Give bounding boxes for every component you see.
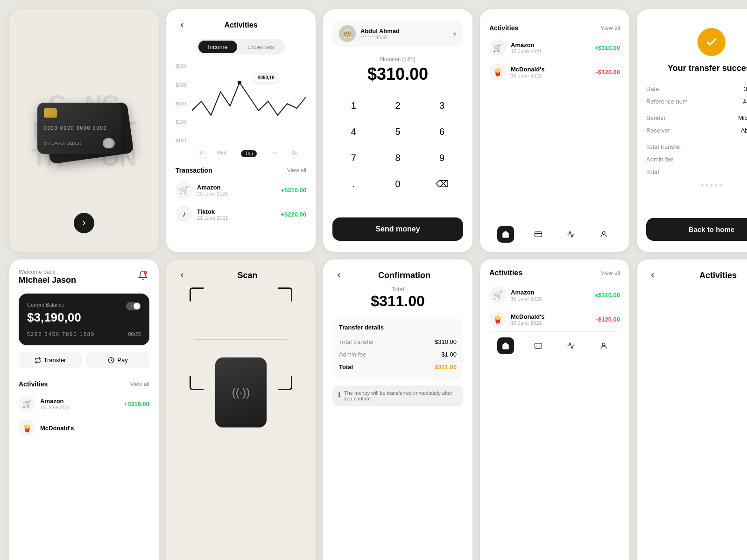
confirm-title: Confirmation — [345, 271, 463, 280]
balance-card: Current Balance $3,190,00 5282 3456 7890… — [19, 294, 149, 345]
numpad-grid: 1 2 3 4 5 6 7 8 9 . 0 ⌫ — [332, 93, 463, 196]
amount-display: $310.00 — [332, 64, 463, 84]
tiktok-info: Tiktok 21 June 2021 — [197, 208, 276, 221]
admin-label: Admin fee — [646, 156, 674, 163]
user-info: Abdul Ahmad *** *** 9039 — [360, 28, 400, 40]
scan-corner-tl — [190, 287, 204, 301]
y-label-300: $300 — [176, 101, 186, 106]
key-4[interactable]: 4 — [332, 119, 375, 144]
nav-user[interactable] — [595, 226, 612, 243]
scan-back-button[interactable] — [176, 269, 189, 282]
scan-card: Scan ((·)) — [166, 259, 316, 560]
nominal-label: Nominal (+$1) — [332, 56, 463, 63]
info-icon: ℹ — [338, 391, 340, 398]
mid-bottom-nav — [489, 331, 620, 354]
success-card: Your transfer success Date 31 Oct 2021 R… — [637, 9, 747, 252]
key-1[interactable]: 1 — [332, 93, 375, 118]
credit-cards-display: 0000 0000 0000 0000 MR CARDHOLDER — [37, 103, 131, 159]
card-hand-display: ((·)) — [215, 357, 267, 427]
transfer-button[interactable]: Transfer — [19, 352, 82, 368]
key-2[interactable]: 2 — [377, 93, 419, 118]
transfer-details-box: Transfer details Total transfer $310.00 … — [332, 317, 463, 380]
confirm-total-label: Total — [332, 286, 463, 293]
activities-right-title: Activities — [489, 24, 518, 32]
card-number-dots: 0000 0000 0000 0000 — [44, 126, 115, 131]
dash-amazon-name: Amazon — [40, 398, 119, 405]
key-3[interactable]: 3 — [421, 93, 463, 118]
dash-view-all[interactable]: View all — [130, 381, 149, 387]
transfer-label: Transfer — [44, 357, 66, 364]
back-home-button[interactable]: Back to home — [646, 218, 747, 241]
amazon-info: Amazon 20 June 2021 — [197, 184, 276, 196]
mid-amazon-name: Amazon — [511, 289, 590, 296]
transaction-tiktok: ♪ Tiktok 21 June 2021 +$220.00 — [176, 202, 306, 226]
activities-mid-viewall[interactable]: View all — [601, 270, 620, 276]
activities-br-back[interactable] — [646, 269, 659, 282]
nav-chart[interactable] — [563, 226, 579, 243]
tab-income[interactable]: Income — [198, 41, 237, 53]
ref-label: Reference num — [646, 98, 688, 105]
key-8[interactable]: 8 — [377, 146, 419, 170]
right-mcdonalds-item: 🍟 McDonald's 16 June 2021 -$120.00 — [489, 60, 620, 84]
confirm-header: Confirmation — [332, 269, 463, 282]
pay-button[interactable]: Pay — [86, 352, 149, 368]
activities-header: Activities — [176, 19, 306, 32]
dash-activities-title: Activities — [19, 380, 48, 388]
right-amazon-info: Amazon 15 June 2021 — [511, 42, 590, 54]
mid-nav-card[interactable] — [530, 337, 547, 354]
svg-point-3 — [602, 231, 605, 234]
chevron-down-icon: ▾ — [453, 29, 457, 38]
key-0[interactable]: 0 — [377, 172, 419, 196]
tab-expenses[interactable]: Expenses — [238, 41, 283, 53]
bottom-nav — [489, 220, 620, 243]
balance-footer: 5282 3456 7890 1289 09/25 — [27, 331, 141, 337]
transfer-icon — [35, 357, 41, 364]
chart-area: $500 $400 $300 $200 $100 $350,10 3 Wed T… — [176, 64, 306, 157]
right-amazon-icon: 🛒 — [489, 39, 506, 56]
activities-right-view-all[interactable]: View all — [601, 25, 620, 31]
ref-value: #193740200 — [743, 98, 747, 105]
x-label-wed: Wed — [217, 150, 226, 157]
user-account: *** *** 9039 — [360, 35, 400, 40]
activities-mid-header: Activities View all — [489, 269, 620, 277]
pay-label: Pay — [117, 357, 127, 364]
transaction-section-header: Transaction View all — [176, 167, 306, 174]
chart-svg: $350,10 — [192, 64, 306, 143]
mid-nav-user[interactable] — [595, 337, 612, 354]
nav-home[interactable] — [497, 226, 514, 243]
transaction-view-all[interactable]: View all — [287, 167, 306, 174]
chart-tooltip: $350,10 — [254, 73, 278, 82]
activities-br-card: Activities — [637, 259, 747, 560]
toggle-switch[interactable] — [126, 302, 141, 310]
key-5[interactable]: 5 — [377, 119, 419, 144]
chevron-right-icon — [80, 219, 88, 227]
nav-card[interactable] — [530, 226, 547, 243]
send-money-button[interactable]: Send money — [332, 217, 463, 241]
back-button[interactable] — [176, 19, 189, 32]
key-backspace[interactable]: ⌫ — [421, 172, 463, 196]
notification-icon[interactable] — [136, 269, 149, 282]
mid-nav-home[interactable] — [497, 337, 514, 354]
svg-point-0 — [238, 81, 241, 84]
confirm-back-button[interactable] — [332, 269, 345, 282]
pay-icon — [108, 357, 114, 364]
key-7[interactable]: 7 — [332, 146, 375, 170]
mid-nav-chart[interactable] — [563, 337, 579, 354]
amazon-amount: +$310.00 — [281, 187, 306, 194]
right-amazon-name: Amazon — [511, 42, 590, 49]
key-9[interactable]: 9 — [421, 146, 463, 170]
user-selector[interactable]: 👳 Abdul Ahmad *** *** 9039 ▾ — [332, 21, 463, 47]
detail-total-transfer: Total transfer $310.00 — [646, 140, 747, 153]
user-name: Abdul Ahmad — [360, 28, 400, 35]
dash-amazon-date: 15 June 2021 — [40, 405, 119, 410]
confirm-admin-fee: Admin fee $1.00 — [339, 348, 457, 361]
mid-amazon-date: 15 June 2021 — [511, 296, 590, 301]
transfer-details-title: Transfer details — [339, 324, 457, 331]
dash-amazon-amount: +$310.00 — [124, 400, 149, 407]
balance-amount: $3,190,00 — [27, 310, 141, 325]
sender-value: Michael Jason — [738, 114, 747, 121]
key-6[interactable]: 6 — [421, 119, 463, 144]
hero-next-button[interactable] — [74, 213, 94, 233]
key-dot[interactable]: . — [332, 172, 375, 196]
info-text: The money will be transferred immediatel… — [344, 390, 458, 401]
